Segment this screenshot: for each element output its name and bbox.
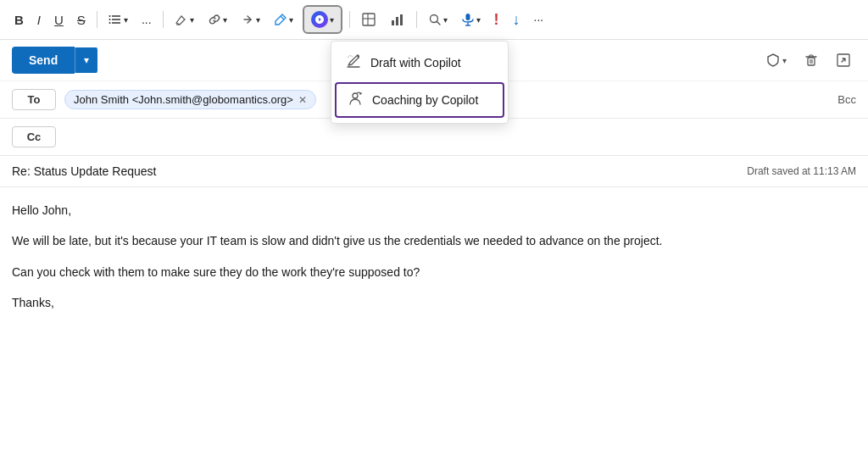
subject-row: Re: Status Update Request Draft saved at… bbox=[0, 156, 868, 187]
email-closing: Thanks, bbox=[12, 293, 856, 312]
bold-button[interactable]: B bbox=[10, 9, 28, 31]
send-button-group: Send ▾ bbox=[12, 47, 97, 74]
more-options-button[interactable]: ··· bbox=[530, 9, 548, 30]
annotate-button[interactable]: ▾ bbox=[270, 9, 298, 30]
copilot-icon bbox=[311, 11, 328, 28]
microphone-button[interactable]: ▾ bbox=[457, 9, 485, 30]
exclamation-icon: ! bbox=[494, 11, 499, 29]
formatting-toolbar: B I U S ▾ ... ▾ ▾ ▾ ▾ bbox=[0, 0, 868, 40]
link-button[interactable]: ▾ bbox=[203, 9, 231, 30]
svg-point-20 bbox=[353, 93, 358, 98]
draft-with-copilot-label: Draft with Copilot bbox=[370, 56, 461, 69]
email-greeting: Hello John, bbox=[12, 201, 856, 220]
more-icon: ··· bbox=[534, 13, 544, 26]
strikethrough-button[interactable]: S bbox=[73, 9, 90, 31]
to-label: To bbox=[12, 89, 56, 110]
sensitivity-button[interactable]: ▾ bbox=[760, 49, 792, 71]
svg-rect-11 bbox=[392, 20, 394, 25]
list-button[interactable]: ▾ bbox=[104, 9, 132, 30]
divider-4 bbox=[416, 11, 417, 28]
draft-with-copilot-item[interactable]: Draft with Copilot bbox=[331, 45, 508, 81]
italic-button[interactable]: I bbox=[33, 9, 45, 31]
draft-status: Draft saved at 11:13 AM bbox=[747, 165, 856, 177]
copilot-dropdown-menu: Draft with Copilot Coaching by Copilot bbox=[331, 41, 509, 124]
copilot-btn-label: ▾ bbox=[330, 15, 334, 25]
svg-rect-21 bbox=[808, 58, 815, 65]
download-button[interactable]: ↓ bbox=[509, 8, 525, 32]
delete-button[interactable] bbox=[798, 49, 824, 71]
divider-2 bbox=[163, 11, 164, 28]
send-button[interactable]: Send bbox=[12, 47, 75, 74]
table-button[interactable] bbox=[357, 8, 381, 31]
recipient-email: John Smith <John.smith@globomantics.org> bbox=[74, 93, 293, 106]
popout-button[interactable] bbox=[831, 49, 856, 71]
recipient-chip: John Smith <John.smith@globomantics.org>… bbox=[64, 90, 316, 109]
underline-button[interactable]: U bbox=[50, 9, 68, 31]
hyperlink-button[interactable]: ▾ bbox=[236, 9, 264, 30]
divider-1 bbox=[97, 11, 97, 28]
email-paragraph-2: Can you check with them to make sure the… bbox=[12, 263, 856, 281]
svg-rect-13 bbox=[400, 14, 403, 25]
coaching-icon bbox=[347, 91, 364, 109]
sensitivity-dropdown-icon: ▾ bbox=[782, 56, 787, 65]
find-button[interactable]: ▾ bbox=[424, 9, 452, 30]
bcc-link[interactable]: Bcc bbox=[837, 93, 856, 106]
send-dropdown-button[interactable]: ▾ bbox=[75, 47, 97, 73]
svg-rect-12 bbox=[396, 17, 398, 25]
svg-rect-8 bbox=[363, 14, 375, 25]
subject-text[interactable]: Re: Status Update Request bbox=[12, 164, 747, 178]
coaching-by-copilot-label: Coaching by Copilot bbox=[372, 93, 478, 107]
email-paragraph-1: We will be late, but it's because your I… bbox=[12, 231, 856, 250]
email-body[interactable]: Hello John, We will be late, but it's be… bbox=[0, 187, 868, 338]
cc-field-row: Cc bbox=[0, 119, 868, 156]
svg-point-3 bbox=[108, 15, 110, 17]
chart-button[interactable] bbox=[386, 8, 409, 31]
coaching-by-copilot-item[interactable]: Coaching by Copilot bbox=[335, 82, 504, 118]
remove-recipient-button[interactable]: ✕ bbox=[298, 94, 307, 106]
right-action-icons: ▾ bbox=[760, 49, 856, 71]
svg-point-4 bbox=[108, 19, 110, 20]
svg-line-15 bbox=[437, 22, 440, 25]
svg-line-7 bbox=[281, 16, 284, 19]
cc-label: Cc bbox=[12, 126, 56, 147]
svg-point-5 bbox=[108, 22, 110, 24]
download-icon: ↓ bbox=[513, 11, 520, 29]
importance-button[interactable]: ! bbox=[490, 8, 504, 32]
svg-rect-16 bbox=[465, 14, 470, 20]
more-format-button[interactable]: ... bbox=[137, 9, 156, 30]
highlight-button[interactable]: ▾ bbox=[170, 9, 198, 30]
copilot-button[interactable]: ▾ bbox=[303, 5, 342, 34]
divider-3 bbox=[349, 11, 350, 28]
draft-icon bbox=[345, 53, 362, 72]
